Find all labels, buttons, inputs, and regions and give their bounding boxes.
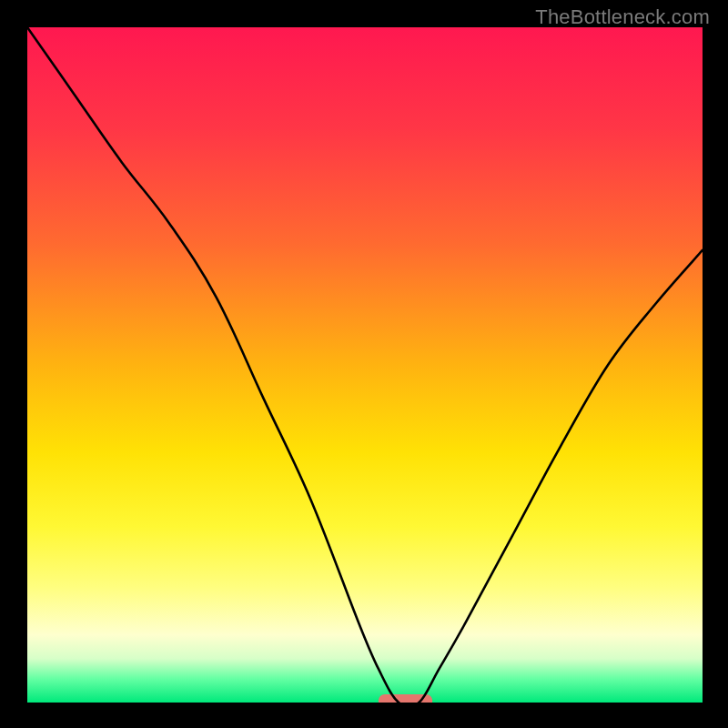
bottleneck-chart-svg <box>27 27 703 703</box>
watermark-text: TheBottleneck.com <box>535 5 710 29</box>
plot-area <box>27 27 703 703</box>
gradient-background <box>27 27 703 703</box>
chart-container: TheBottleneck.com <box>0 0 728 728</box>
